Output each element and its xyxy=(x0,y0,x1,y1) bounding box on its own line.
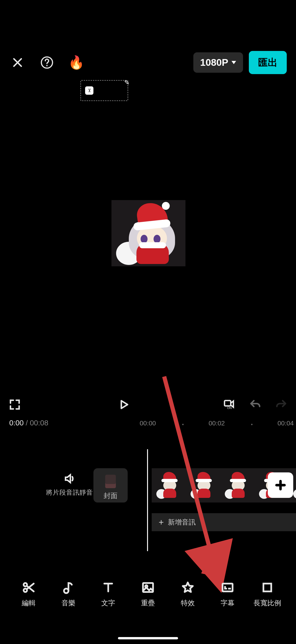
play-button[interactable] xyxy=(115,396,132,413)
help-button[interactable] xyxy=(39,54,55,71)
transport-bar: ON xyxy=(0,394,296,415)
add-audio-button[interactable]: + 新增音訊 xyxy=(152,513,296,531)
play-icon xyxy=(118,399,130,410)
svg-rect-11 xyxy=(263,584,271,592)
cover-label: 封面 xyxy=(104,491,118,501)
trending-button[interactable]: 🔥 xyxy=(68,54,85,71)
tool-text[interactable]: 文字 xyxy=(92,581,124,620)
close-button[interactable] xyxy=(9,54,26,71)
clip-thumbnail[interactable] xyxy=(152,468,186,502)
ruler-tick-0: 00:00 xyxy=(140,420,156,427)
tool-label: 字幕 xyxy=(221,598,235,608)
flame-icon: 🔥 xyxy=(68,56,84,69)
top-bar-right: 1080P 匯出 xyxy=(193,51,287,74)
image-icon xyxy=(141,581,155,594)
tool-label: 重疊 xyxy=(141,598,155,608)
mute-label: 將片段音訊靜音 xyxy=(39,488,99,497)
undo-button[interactable] xyxy=(247,396,264,413)
chevron-down-icon xyxy=(231,61,236,64)
tool-label: 長寬比例 xyxy=(254,598,281,608)
watermark-overlay[interactable]: ✎ xyxy=(80,80,128,101)
keyframe-icon: ON xyxy=(224,399,235,410)
resolution-dropdown[interactable]: 1080P xyxy=(193,52,243,73)
playhead[interactable] xyxy=(147,449,148,551)
redo-button[interactable] xyxy=(273,396,290,413)
video-preview[interactable]: ✎ xyxy=(76,77,220,389)
home-indicator[interactable] xyxy=(118,637,178,639)
plus-icon: + xyxy=(159,517,164,527)
export-label: 匯出 xyxy=(258,57,278,68)
cover-button[interactable]: 封面 xyxy=(93,468,128,502)
subtitle-icon xyxy=(221,581,234,594)
tool-aspect-ratio[interactable]: 長寬比例 xyxy=(251,581,284,620)
bottom-toolbar: 編輯 音樂 文字 重疊 特效 字幕 長寬比例 xyxy=(0,581,296,620)
add-clip-button[interactable] xyxy=(268,472,293,498)
svg-rect-8 xyxy=(143,583,153,592)
preview-frame xyxy=(112,200,185,266)
ruler-tick-4: 00:04 xyxy=(278,420,294,427)
tool-music[interactable]: 音樂 xyxy=(52,581,85,620)
export-button[interactable]: 匯出 xyxy=(249,51,287,74)
resolution-label: 1080P xyxy=(200,57,228,68)
tool-overlay[interactable]: 重疊 xyxy=(132,581,164,620)
tool-label: 音樂 xyxy=(61,598,75,608)
scissors-icon xyxy=(22,581,35,594)
svg-point-1 xyxy=(46,65,48,66)
clip-thumbnail[interactable] xyxy=(220,468,254,502)
undo-icon xyxy=(250,399,261,410)
svg-text:ON: ON xyxy=(227,406,232,410)
tool-label: 編輯 xyxy=(22,598,36,608)
svg-rect-2 xyxy=(225,400,231,406)
fullscreen-button[interactable] xyxy=(6,396,23,413)
speaker-icon xyxy=(64,473,75,484)
app-logo-icon xyxy=(85,86,93,95)
help-icon xyxy=(40,56,54,69)
tool-subtitle[interactable]: 字幕 xyxy=(211,581,244,620)
ruler-tick-2: 00:02 xyxy=(209,420,225,427)
tool-effects[interactable]: 特效 xyxy=(172,581,204,620)
keyframe-toggle-button[interactable]: ON xyxy=(221,396,238,413)
timeline-ruler[interactable]: 00:00 00:02 00:04 xyxy=(0,420,296,431)
tool-label: 文字 xyxy=(101,598,115,608)
tool-edit[interactable]: 編輯 xyxy=(12,581,45,620)
clip-thumbnail[interactable] xyxy=(186,468,220,502)
add-audio-label: 新增音訊 xyxy=(168,518,196,527)
aspect-ratio-icon xyxy=(261,581,274,594)
top-bar: 🔥 1080P 匯出 xyxy=(0,49,296,76)
svg-rect-10 xyxy=(222,584,233,592)
plus-icon xyxy=(275,479,287,491)
redo-icon xyxy=(276,399,287,410)
pencil-icon: ✎ xyxy=(124,79,130,86)
fullscreen-icon xyxy=(9,399,20,410)
top-bar-left: 🔥 xyxy=(9,54,85,71)
music-note-icon xyxy=(62,581,75,594)
preview-image-content xyxy=(112,200,185,266)
tool-label: 特效 xyxy=(181,598,195,608)
text-icon xyxy=(102,581,115,594)
close-icon xyxy=(12,57,23,68)
star-icon xyxy=(181,581,194,594)
mute-clip-audio-button[interactable]: 將片段音訊靜音 xyxy=(39,473,99,497)
